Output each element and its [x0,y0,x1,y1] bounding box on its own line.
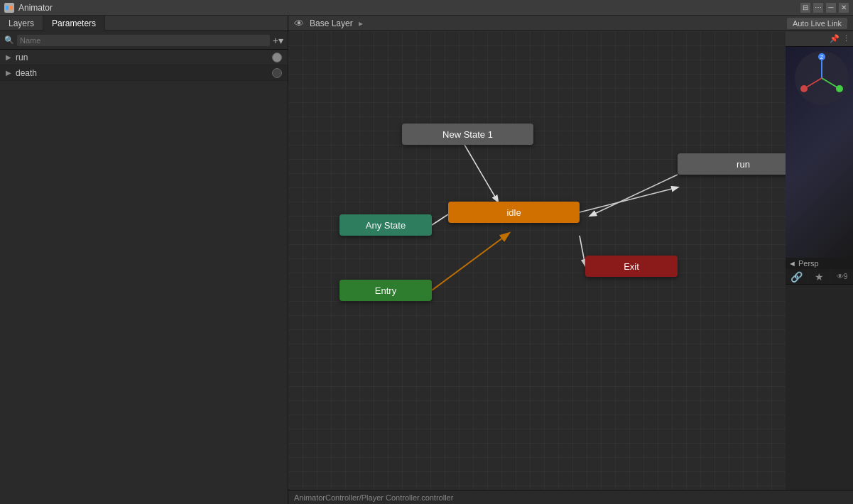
add-parameter-button[interactable]: +▾ [273,35,283,46]
pin-button[interactable]: 📌 [830,34,840,43]
svg-rect-1 [10,6,13,10]
mini-viewport: Z [786,47,853,258]
auto-live-link-button[interactable]: Auto Live Link [787,18,847,29]
main-layout: Layers Parameters 🔍 +▾ ▶ run ▶ death [0,16,853,504]
persp-label: ◄ Persp [786,258,853,269]
star-tab[interactable]: ★ [808,269,831,284]
status-bar: AnimatorController/Player Controller.con… [288,490,853,504]
window-title: Animator [18,3,796,13]
list-item[interactable]: ▶ run [0,50,288,65]
tab-bar: Layers Parameters [0,16,288,31]
search-input[interactable] [17,35,270,46]
svg-point-13 [836,85,843,92]
visibility-icon[interactable]: 👁 [294,18,304,29]
param-expand-icon: ▶ [6,53,11,61]
breadcrumb-bar: 👁 Base Layer ▸ Auto Live Link [288,16,853,31]
inspector-menu-button[interactable]: ⋮ [842,34,850,43]
search-bar: 🔍 +▾ [0,31,288,50]
title-bar: Animator ⊟ ⋯ ─ ✕ [0,0,853,16]
canvas-grid [288,31,786,490]
svg-rect-0 [6,6,9,10]
param-expand-icon: ▶ [6,69,11,77]
status-path: AnimatorController/Player Controller.con… [294,493,453,502]
left-panel: Layers Parameters 🔍 +▾ ▶ run ▶ death [0,16,288,504]
axis-gizmo: Z [793,50,850,106]
param-run-toggle[interactable] [272,53,282,62]
node-idle-label: idle [506,207,521,218]
node-exit-label: Exit [624,261,639,272]
canvas-with-viewport: New State 1 run idle Any State Exit Entr… [288,31,853,490]
right-side: 👁 Base Layer ▸ Auto Live Link [288,16,853,504]
node-run-label: run [737,159,750,170]
node-exit[interactable]: Exit [585,256,678,277]
eye-tab[interactable]: 👁9 [831,269,853,284]
param-run-label: run [16,53,268,62]
node-new-state-1[interactable]: New State 1 [402,124,533,145]
node-new-state-1-label: New State 1 [442,129,493,140]
param-death-label: death [16,68,268,78]
search-icon: 🔍 [4,35,14,45]
node-entry[interactable]: Entry [339,280,432,301]
list-item[interactable]: ▶ death [0,65,288,81]
minimize-button[interactable]: ─ [826,3,836,13]
inspector-body [786,285,853,490]
node-entry-label: Entry [375,285,396,296]
svg-point-15 [800,85,808,92]
window-controls[interactable]: ⊟ ⋯ ─ ✕ [800,3,849,13]
animator-icon [4,3,14,13]
restore-button[interactable]: ⊟ [800,3,810,13]
param-death-toggle[interactable] [272,68,282,78]
node-any-state[interactable]: Any State [339,214,432,236]
parameter-list: ▶ run ▶ death [0,50,288,504]
inspector-toolbar: 📌 ⋮ [786,31,853,47]
menu-button[interactable]: ⋯ [813,3,823,13]
breadcrumb-base-layer[interactable]: Base Layer [307,18,356,28]
tab-parameters[interactable]: Parameters [43,16,105,31]
pin-tab[interactable]: 🔗 [786,269,808,284]
node-any-state-label: Any State [366,220,406,231]
close-button[interactable]: ✕ [839,3,849,13]
node-run[interactable]: run [678,153,786,175]
tab-layers[interactable]: Layers [0,16,43,31]
inspector-tabs: 🔗 ★ 👁9 [786,269,853,285]
svg-text:Z: Z [820,55,824,60]
node-idle[interactable]: idle [448,202,580,223]
breadcrumb-arrow: ▸ [359,18,363,28]
animator-canvas[interactable]: New State 1 run idle Any State Exit Entr… [288,31,786,490]
